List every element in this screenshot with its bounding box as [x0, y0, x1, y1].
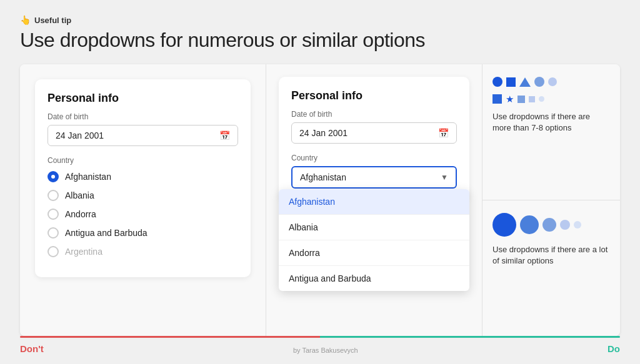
- radio-label: Argentina: [65, 247, 102, 257]
- radio-item[interactable]: Argentina: [48, 246, 238, 257]
- dont-label: Don't: [20, 343, 44, 354]
- radio-label: Andorra: [65, 209, 96, 219]
- big-circle-blue: [492, 213, 516, 237]
- radio-item[interactable]: Afghanistan: [48, 171, 238, 182]
- middle-date-input[interactable]: 24 Jan 2001 📅: [291, 122, 457, 144]
- country-selected-value: Afghanistan: [300, 172, 346, 182]
- shapes-row-1: [492, 77, 610, 87]
- shape-star: ★: [506, 94, 514, 104]
- middle-card-title: Personal info: [291, 89, 457, 102]
- country-dropdown[interactable]: AfghanistanAlbaniaAndorraAntigua and Bar…: [279, 189, 469, 291]
- calendar-icon: 📅: [219, 130, 230, 140]
- shape-square-blue2: [492, 94, 502, 104]
- radio-circle: [48, 209, 59, 220]
- right-section-2: Use dropdowns if there are a lot of simi…: [482, 200, 620, 336]
- radio-circle: [48, 246, 59, 257]
- small-circle-blue: [542, 218, 556, 232]
- radio-label: Afghanistan: [65, 172, 111, 182]
- med-circle-blue: [520, 215, 539, 234]
- shape-circle-blue: [492, 77, 502, 87]
- left-card: Personal info Date of birth 24 Jan 2001 …: [35, 79, 251, 277]
- left-date-label: Date of birth: [48, 112, 238, 121]
- shape-circle-lightblue: [534, 77, 544, 87]
- right-section-1: ★ Use dropdowns if there are more than 7…: [482, 64, 620, 200]
- shape-square-blue: [506, 77, 516, 87]
- thumb-icon: 👆: [20, 15, 31, 25]
- main-title: Use dropdowns for numerous or similar op…: [20, 29, 620, 52]
- chevron-down-icon: ▼: [441, 173, 448, 182]
- right-panel: ★ Use dropdowns if there are more than 7…: [482, 64, 620, 336]
- tip-header: 👆 Useful tip: [20, 15, 620, 25]
- middle-card: Personal info Date of birth 24 Jan 2001 …: [279, 77, 469, 201]
- dropdown-item[interactable]: Andorra: [279, 240, 469, 266]
- shapes-row-2: ★: [492, 94, 610, 104]
- circles-row: [492, 213, 610, 237]
- shape-circle-verylite: [539, 96, 544, 102]
- xsmall-circle-blue: [574, 221, 581, 229]
- radio-item[interactable]: Andorra: [48, 209, 238, 220]
- right-text-1: Use dropdowns if there are more than 7-8…: [492, 111, 610, 134]
- radio-label: Antigua and Barbuda: [65, 228, 148, 238]
- dropdown-item[interactable]: Antigua and Barbuda: [279, 266, 469, 291]
- tip-label: Useful tip: [34, 16, 71, 25]
- radio-circle: [48, 227, 59, 239]
- left-date-input[interactable]: 24 Jan 2001 📅: [48, 125, 238, 146]
- middle-country-label: Country: [291, 154, 457, 162]
- radio-label: Albania: [65, 190, 94, 200]
- middle-calendar-icon: 📅: [438, 128, 449, 138]
- content-area: Personal info Date of birth 24 Jan 2001 …: [20, 64, 620, 336]
- radio-circle: [48, 190, 59, 201]
- divider-line: [20, 336, 620, 338]
- radio-item[interactable]: Antigua and Barbuda: [48, 227, 238, 239]
- bottom-row: Don't by Taras Bakusevych Do: [20, 343, 620, 354]
- middle-date-value: 24 Jan 2001: [299, 128, 348, 138]
- middle-date-label: Date of birth: [291, 110, 457, 119]
- dropdown-item[interactable]: Albania: [279, 215, 469, 240]
- left-panel: Personal info Date of birth 24 Jan 2001 …: [20, 64, 266, 336]
- country-dropdown-trigger[interactable]: Afghanistan ▼: [291, 166, 457, 189]
- radio-list: AfghanistanAlbaniaAndorraAntigua and Bar…: [48, 171, 238, 257]
- shape-sq-pale: [529, 96, 535, 102]
- do-label: Do: [608, 343, 620, 354]
- right-text-2: Use dropdowns if there are a lot of simi…: [492, 244, 610, 267]
- radio-circle: [48, 171, 59, 182]
- left-date-value: 24 Jan 2001: [56, 130, 104, 140]
- dropdown-item[interactable]: Afghanistan: [279, 189, 469, 215]
- middle-panel: Personal info Date of birth 24 Jan 2001 …: [266, 64, 482, 336]
- shape-circle-pale: [548, 77, 557, 86]
- shape-sq-light: [518, 96, 525, 103]
- radio-item[interactable]: Albania: [48, 190, 238, 201]
- author-text: by Taras Bakusevych: [293, 347, 358, 354]
- left-country-label: Country: [48, 156, 238, 165]
- tiny-circle-blue: [560, 220, 570, 230]
- shape-triangle-blue: [519, 77, 531, 87]
- left-card-title: Personal info: [48, 92, 238, 105]
